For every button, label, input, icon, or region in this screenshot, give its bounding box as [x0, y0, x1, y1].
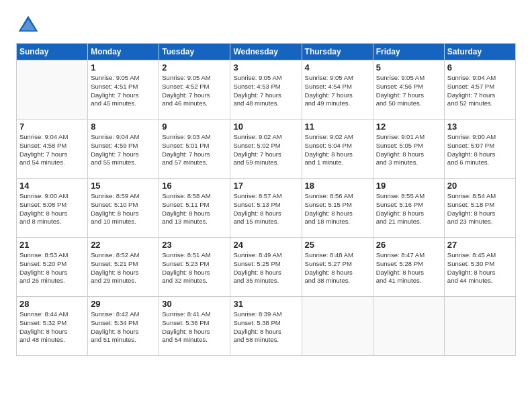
logo-icon	[16, 13, 40, 38]
calendar-cell: 2Sunrise: 9:05 AM Sunset: 4:52 PM Daylig…	[159, 60, 230, 120]
calendar-week-row: 7Sunrise: 9:04 AM Sunset: 4:58 PM Daylig…	[17, 120, 516, 179]
day-number: 29	[91, 299, 156, 309]
weekday-header-wednesday: Wednesday	[230, 44, 302, 60]
calendar-cell: 30Sunrise: 8:41 AM Sunset: 5:36 PM Dayli…	[159, 297, 230, 356]
calendar-cell: 9Sunrise: 9:03 AM Sunset: 5:01 PM Daylig…	[159, 120, 230, 179]
calendar-cell: 20Sunrise: 8:54 AM Sunset: 5:18 PM Dayli…	[444, 179, 515, 238]
calendar-cell: 25Sunrise: 8:48 AM Sunset: 5:27 PM Dayli…	[302, 238, 373, 297]
header	[16, 13, 516, 38]
day-number: 1	[91, 62, 156, 73]
day-info: Sunrise: 9:04 AM Sunset: 4:57 PM Dayligh…	[447, 74, 513, 108]
day-number: 28	[19, 299, 85, 309]
day-number: 17	[233, 181, 298, 191]
calendar-cell: 15Sunrise: 8:59 AM Sunset: 5:10 PM Dayli…	[88, 179, 159, 238]
day-info: Sunrise: 9:02 AM Sunset: 5:04 PM Dayligh…	[305, 133, 370, 167]
day-number: 18	[305, 181, 370, 191]
calendar-cell: 8Sunrise: 9:04 AM Sunset: 4:59 PM Daylig…	[88, 120, 159, 179]
day-number: 13	[447, 122, 513, 132]
day-number: 20	[447, 181, 513, 191]
calendar-cell: 7Sunrise: 9:04 AM Sunset: 4:58 PM Daylig…	[17, 120, 88, 179]
calendar-cell: 22Sunrise: 8:52 AM Sunset: 5:21 PM Dayli…	[88, 238, 159, 297]
day-number: 23	[162, 240, 227, 250]
day-number: 15	[91, 181, 156, 191]
calendar-cell: 5Sunrise: 9:05 AM Sunset: 4:56 PM Daylig…	[373, 60, 444, 120]
calendar-week-row: 1Sunrise: 9:05 AM Sunset: 4:51 PM Daylig…	[17, 60, 516, 120]
day-info: Sunrise: 9:05 AM Sunset: 4:53 PM Dayligh…	[233, 74, 298, 108]
logo	[16, 13, 43, 38]
calendar-week-row: 28Sunrise: 8:44 AM Sunset: 5:32 PM Dayli…	[17, 297, 516, 356]
day-info: Sunrise: 8:39 AM Sunset: 5:38 PM Dayligh…	[233, 310, 298, 345]
day-info: Sunrise: 8:44 AM Sunset: 5:32 PM Dayligh…	[19, 310, 85, 345]
weekday-header-thursday: Thursday	[302, 44, 373, 60]
day-info: Sunrise: 8:58 AM Sunset: 5:11 PM Dayligh…	[162, 192, 227, 226]
calendar-cell: 16Sunrise: 8:58 AM Sunset: 5:11 PM Dayli…	[159, 179, 230, 238]
day-number: 7	[19, 122, 85, 132]
day-info: Sunrise: 9:05 AM Sunset: 4:54 PM Dayligh…	[305, 74, 370, 108]
calendar-cell: 6Sunrise: 9:04 AM Sunset: 4:57 PM Daylig…	[444, 60, 515, 120]
day-info: Sunrise: 8:54 AM Sunset: 5:18 PM Dayligh…	[447, 192, 513, 226]
day-info: Sunrise: 8:59 AM Sunset: 5:10 PM Dayligh…	[91, 192, 156, 226]
calendar-cell	[17, 60, 88, 120]
day-info: Sunrise: 8:41 AM Sunset: 5:36 PM Dayligh…	[162, 310, 227, 345]
calendar-cell: 18Sunrise: 8:56 AM Sunset: 5:15 PM Dayli…	[302, 179, 373, 238]
weekday-header-sunday: Sunday	[17, 44, 88, 60]
page-container: SundayMondayTuesdayWednesdayThursdayFrid…	[0, 0, 532, 367]
calendar-cell: 29Sunrise: 8:42 AM Sunset: 5:34 PM Dayli…	[88, 297, 159, 356]
day-number: 9	[162, 122, 227, 132]
day-number: 19	[376, 181, 441, 191]
calendar-cell: 3Sunrise: 9:05 AM Sunset: 4:53 PM Daylig…	[230, 60, 302, 120]
day-info: Sunrise: 9:04 AM Sunset: 4:58 PM Dayligh…	[19, 133, 85, 167]
day-info: Sunrise: 8:53 AM Sunset: 5:20 PM Dayligh…	[19, 251, 85, 285]
day-number: 11	[305, 122, 370, 132]
day-info: Sunrise: 8:42 AM Sunset: 5:34 PM Dayligh…	[91, 310, 156, 345]
calendar-cell: 1Sunrise: 9:05 AM Sunset: 4:51 PM Daylig…	[88, 60, 159, 120]
calendar-cell: 14Sunrise: 9:00 AM Sunset: 5:08 PM Dayli…	[17, 179, 88, 238]
day-number: 21	[19, 240, 85, 250]
day-number: 22	[91, 240, 156, 250]
calendar-table: SundayMondayTuesdayWednesdayThursdayFrid…	[16, 43, 516, 356]
calendar-cell: 27Sunrise: 8:45 AM Sunset: 5:30 PM Dayli…	[444, 238, 515, 297]
day-info: Sunrise: 8:45 AM Sunset: 5:30 PM Dayligh…	[447, 251, 513, 285]
calendar-cell: 24Sunrise: 8:49 AM Sunset: 5:25 PM Dayli…	[230, 238, 302, 297]
calendar-cell: 12Sunrise: 9:01 AM Sunset: 5:05 PM Dayli…	[373, 120, 444, 179]
day-info: Sunrise: 9:02 AM Sunset: 5:02 PM Dayligh…	[233, 133, 298, 167]
calendar-cell: 26Sunrise: 8:47 AM Sunset: 5:28 PM Dayli…	[373, 238, 444, 297]
calendar-cell	[302, 297, 373, 356]
calendar-cell: 13Sunrise: 9:00 AM Sunset: 5:07 PM Dayli…	[444, 120, 515, 179]
day-info: Sunrise: 8:48 AM Sunset: 5:27 PM Dayligh…	[305, 251, 370, 285]
weekday-header-saturday: Saturday	[444, 44, 515, 60]
calendar-cell: 11Sunrise: 9:02 AM Sunset: 5:04 PM Dayli…	[302, 120, 373, 179]
day-info: Sunrise: 8:47 AM Sunset: 5:28 PM Dayligh…	[376, 251, 441, 285]
day-info: Sunrise: 8:56 AM Sunset: 5:15 PM Dayligh…	[305, 192, 370, 226]
day-info: Sunrise: 8:52 AM Sunset: 5:21 PM Dayligh…	[91, 251, 156, 285]
calendar-cell: 31Sunrise: 8:39 AM Sunset: 5:38 PM Dayli…	[230, 297, 302, 356]
weekday-header-row: SundayMondayTuesdayWednesdayThursdayFrid…	[17, 44, 516, 60]
calendar-week-row: 21Sunrise: 8:53 AM Sunset: 5:20 PM Dayli…	[17, 238, 516, 297]
day-number: 2	[162, 62, 227, 73]
day-info: Sunrise: 9:04 AM Sunset: 4:59 PM Dayligh…	[91, 133, 156, 167]
day-number: 12	[376, 122, 441, 132]
day-number: 4	[305, 62, 370, 73]
day-number: 30	[162, 299, 227, 309]
day-info: Sunrise: 8:57 AM Sunset: 5:13 PM Dayligh…	[233, 192, 298, 226]
day-number: 14	[19, 181, 85, 191]
weekday-header-friday: Friday	[373, 44, 444, 60]
day-number: 24	[233, 240, 298, 250]
calendar-cell: 17Sunrise: 8:57 AM Sunset: 5:13 PM Dayli…	[230, 179, 302, 238]
calendar-cell: 19Sunrise: 8:55 AM Sunset: 5:16 PM Dayli…	[373, 179, 444, 238]
calendar-cell: 10Sunrise: 9:02 AM Sunset: 5:02 PM Dayli…	[230, 120, 302, 179]
day-info: Sunrise: 8:55 AM Sunset: 5:16 PM Dayligh…	[376, 192, 441, 226]
calendar-cell: 21Sunrise: 8:53 AM Sunset: 5:20 PM Dayli…	[17, 238, 88, 297]
day-number: 3	[233, 62, 298, 73]
day-number: 6	[447, 62, 513, 73]
day-info: Sunrise: 9:01 AM Sunset: 5:05 PM Dayligh…	[376, 133, 441, 167]
day-info: Sunrise: 9:05 AM Sunset: 4:56 PM Dayligh…	[376, 74, 441, 108]
day-info: Sunrise: 9:05 AM Sunset: 4:52 PM Dayligh…	[162, 74, 227, 108]
day-number: 31	[233, 299, 298, 309]
weekday-header-monday: Monday	[88, 44, 159, 60]
day-number: 27	[447, 240, 513, 250]
weekday-header-tuesday: Tuesday	[159, 44, 230, 60]
day-number: 16	[162, 181, 227, 191]
day-info: Sunrise: 8:49 AM Sunset: 5:25 PM Dayligh…	[233, 251, 298, 285]
day-info: Sunrise: 9:00 AM Sunset: 5:07 PM Dayligh…	[447, 133, 513, 167]
